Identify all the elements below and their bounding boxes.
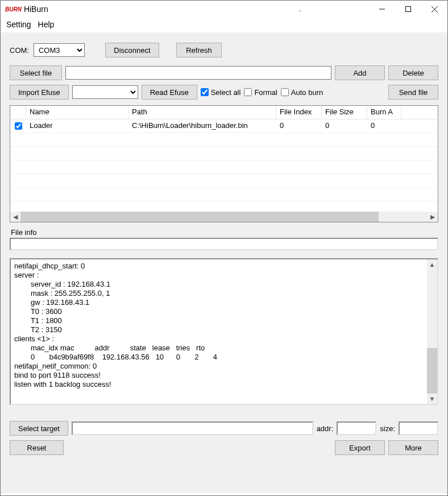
scroll-up-icon[interactable]: ▲ — [427, 259, 437, 270]
console-output[interactable]: netifapi_dhcp_start: 0 server : server_i… — [11, 259, 427, 404]
export-button[interactable]: Export — [335, 440, 385, 455]
window-title: HiBurn — [24, 5, 48, 14]
formal-label: Formal — [254, 88, 277, 97]
file-info-box — [10, 238, 438, 250]
console-vscrollbar[interactable]: ▲ ▼ — [427, 259, 437, 404]
select-all-checkbox[interactable]: Select all — [201, 88, 241, 97]
target-input[interactable] — [72, 421, 313, 435]
send-file-button[interactable]: Send file — [388, 85, 438, 100]
scroll-right-icon[interactable]: ▶ — [428, 212, 438, 222]
file-info-label: File info — [11, 228, 438, 237]
console: netifapi_dhcp_start: 0 server : server_i… — [10, 258, 438, 405]
close-button[interactable] — [421, 1, 447, 18]
col-file-size[interactable]: File Size — [322, 106, 367, 119]
cell-size: 0 — [322, 119, 367, 133]
scroll-left-icon[interactable]: ◀ — [10, 212, 20, 222]
refresh-button[interactable]: Refresh — [176, 43, 222, 57]
maximize-button[interactable] — [395, 1, 421, 18]
formal-input[interactable] — [244, 88, 252, 96]
titlebar-text: . — [299, 5, 369, 13]
size-label: size: — [380, 424, 395, 433]
maximize-icon — [405, 6, 411, 12]
size-input[interactable] — [399, 421, 438, 435]
com-label: COM: — [10, 46, 29, 55]
select-all-label: Select all — [211, 88, 241, 97]
cell-path: C:\HiBurn\Loader\hiburn_loader.bin — [128, 119, 276, 133]
cell-burn: 0 — [367, 119, 401, 133]
vscroll-thumb[interactable] — [427, 348, 437, 394]
formal-checkbox[interactable]: Formal — [244, 88, 277, 97]
row-checkbox[interactable] — [15, 122, 22, 130]
import-efuse-button[interactable]: Import Efuse — [10, 85, 69, 100]
auto-burn-checkbox[interactable]: Auto burn — [281, 88, 323, 97]
file-path-input[interactable] — [65, 66, 331, 80]
file-table: Name Path File Index File Size Burn A Lo… — [10, 105, 438, 222]
menu-setting[interactable]: Setting — [6, 20, 31, 29]
disconnect-button[interactable]: Disconnect — [105, 43, 159, 57]
select-all-input[interactable] — [201, 88, 209, 96]
addr-input[interactable] — [337, 421, 376, 435]
minimize-button[interactable] — [369, 1, 395, 18]
col-name[interactable]: Name — [26, 106, 128, 119]
select-file-button[interactable]: Select file — [10, 65, 62, 80]
hscroll-thumb[interactable] — [20, 212, 379, 222]
auto-burn-input[interactable] — [281, 88, 289, 96]
content-area: COM: COM3 Disconnect Refresh Select file… — [1, 32, 447, 493]
read-efuse-button[interactable]: Read Efuse — [142, 85, 197, 100]
com-select[interactable]: COM3 — [34, 43, 85, 57]
menubar: Setting Help — [1, 18, 447, 32]
titlebar: BURN HiBurn . — [1, 1, 447, 18]
table-header: Name Path File Index File Size Burn A — [10, 106, 438, 119]
select-target-button[interactable]: Select target — [10, 421, 68, 436]
auto-burn-label: Auto burn — [291, 88, 323, 97]
delete-button[interactable]: Delete — [388, 65, 438, 80]
col-file-index[interactable]: File Index — [276, 106, 322, 119]
efuse-select[interactable] — [72, 85, 138, 99]
col-burn-addr[interactable]: Burn A — [367, 106, 401, 119]
scroll-down-icon[interactable]: ▼ — [427, 394, 437, 404]
menu-help[interactable]: Help — [38, 20, 55, 29]
table-hscrollbar[interactable]: ◀ ▶ — [10, 212, 438, 222]
close-icon — [432, 6, 438, 13]
col-path[interactable]: Path — [128, 106, 276, 119]
cell-name: Loader — [26, 119, 128, 133]
svg-rect-1 — [406, 7, 411, 12]
table-row[interactable]: Loader C:\HiBurn\Loader\hiburn_loader.bi… — [10, 119, 438, 133]
minimize-icon — [379, 6, 385, 12]
cell-idx: 0 — [276, 119, 322, 133]
reset-button[interactable]: Reset — [10, 440, 64, 455]
addr-label: addr: — [317, 424, 334, 433]
app-logo: BURN — [5, 6, 22, 13]
more-button[interactable]: More — [388, 440, 438, 455]
add-button[interactable]: Add — [335, 65, 385, 80]
